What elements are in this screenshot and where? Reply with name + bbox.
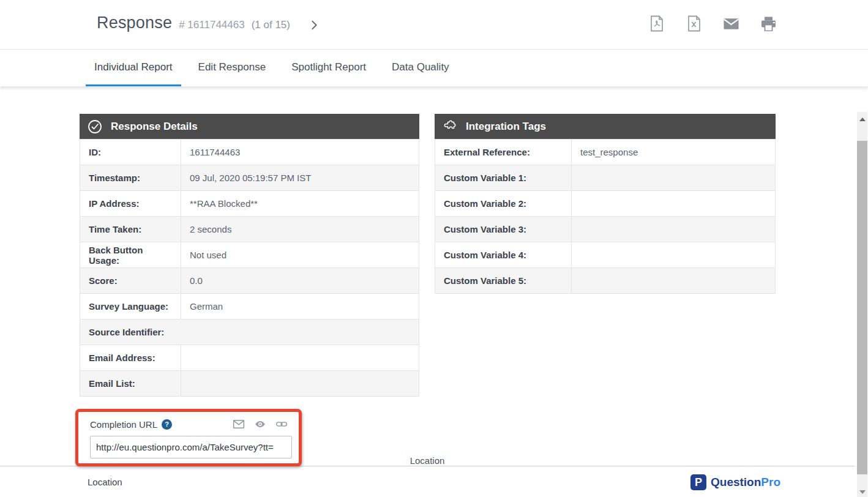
page-title: Response [97, 13, 172, 32]
completion-url-input[interactable] [90, 436, 292, 458]
table-row: Custom Variable 3: [435, 217, 776, 242]
response-details-panel: Response Details ID:1611744463Timestamp:… [80, 114, 419, 397]
app-header: Response # 1611744463 (1 of 15) [0, 0, 868, 50]
tab-spotlight-report[interactable]: Spotlight Report [283, 50, 375, 86]
panel-title: Response Details [111, 121, 198, 133]
panel-title: Integration Tags [466, 121, 546, 133]
copy-link-icon[interactable] [275, 418, 288, 430]
row-value [572, 165, 776, 191]
row-value: test_response [572, 140, 776, 165]
table-row: Email Address: [80, 345, 419, 371]
row-label: Custom Variable 5: [435, 268, 572, 294]
row-label: Email List: [80, 371, 181, 397]
table-row: Back Button Usage:Not used [80, 242, 419, 268]
response-title-group: Response # 1611744463 (1 of 15) [97, 13, 290, 32]
response-id: # 1611744463 [179, 19, 244, 31]
row-label: Custom Variable 3: [435, 217, 572, 242]
table-row: Source Identifier: [80, 320, 419, 345]
row-value: 1611744463 [181, 140, 419, 165]
table-row: Timestamp:09 Jul, 2020 05:19:57 PM IST [80, 165, 419, 191]
header-toolbar [649, 15, 776, 32]
pdf-export-icon[interactable] [649, 15, 664, 32]
integration-tags-header: Integration Tags [435, 114, 776, 139]
table-row: Custom Variable 1: [435, 165, 776, 191]
row-value [572, 268, 776, 294]
row-value: 09 Jul, 2020 05:19:57 PM IST [181, 165, 419, 191]
row-label: Time Taken: [80, 217, 181, 242]
excel-export-icon[interactable] [686, 15, 702, 32]
row-value: **RAA Blocked** [181, 191, 419, 217]
table-row: External Reference:test_response [435, 140, 776, 165]
tab-data-quality[interactable]: Data Quality [383, 50, 458, 86]
row-value: Not used [181, 242, 419, 268]
next-response-chevron-icon[interactable] [307, 18, 321, 32]
table-row: Email List: [80, 371, 419, 397]
row-label: Survey Language: [80, 294, 181, 320]
completion-url-actions [233, 418, 288, 430]
response-position: (1 of 15) [252, 19, 290, 31]
row-value [181, 371, 419, 397]
check-circle-icon [88, 119, 102, 134]
puzzle-icon [443, 119, 457, 134]
response-details-table: ID:1611744463Timestamp:09 Jul, 2020 05:1… [80, 139, 419, 397]
questionpro-logo-icon: P [690, 474, 706, 490]
completion-url-label: Completion URL [90, 419, 157, 430]
row-label: ID: [80, 140, 181, 165]
questionpro-logo-text: QuestionPro [711, 476, 780, 489]
send-email-icon[interactable] [233, 418, 245, 430]
scroll-up-arrow-icon[interactable] [857, 114, 867, 124]
row-value [572, 191, 776, 217]
row-value: 0.0 [181, 268, 419, 294]
row-label: Score: [80, 268, 181, 294]
preview-eye-icon[interactable] [254, 418, 266, 430]
integration-tags-table: External Reference:test_responseCustom V… [435, 139, 776, 294]
brand-name-question: Question [711, 476, 761, 488]
completion-url-highlight-box: Completion URL ? [75, 409, 302, 466]
brand-name-pro: Pro [761, 476, 780, 488]
row-label: Custom Variable 1: [435, 165, 572, 191]
report-tab-bar: Individual Report Edit Response Spotligh… [0, 50, 868, 87]
table-row: Custom Variable 4: [435, 242, 776, 268]
integration-tags-panel: Integration Tags External Reference:test… [435, 114, 776, 294]
row-label: Email Address: [80, 345, 181, 371]
vertical-scrollbar[interactable] [857, 112, 867, 497]
scrollbar-thumb[interactable] [857, 141, 867, 474]
row-value: German [181, 294, 419, 320]
table-row: Survey Language:German [80, 294, 419, 320]
completion-url-header: Completion URL ? [90, 418, 288, 430]
table-row: Time Taken:2 seconds [80, 217, 419, 242]
help-icon[interactable]: ? [162, 419, 172, 430]
row-label: IP Address: [80, 191, 181, 217]
table-row: ID:1611744463 [80, 140, 419, 165]
response-details-header: Response Details [80, 114, 419, 139]
row-value [572, 217, 776, 242]
row-value [181, 345, 419, 371]
row-label: External Reference: [435, 140, 572, 165]
tab-edit-response[interactable]: Edit Response [190, 50, 275, 86]
row-label: Custom Variable 2: [435, 191, 572, 217]
print-icon[interactable] [761, 15, 776, 32]
location-section-title-left: Location [88, 477, 122, 487]
tab-individual-report[interactable]: Individual Report [86, 50, 181, 86]
table-row: Custom Variable 2: [435, 191, 776, 217]
row-label: Timestamp: [80, 165, 181, 191]
scroll-down-arrow-icon[interactable] [857, 487, 867, 497]
questionpro-logo: P QuestionPro [690, 474, 780, 490]
email-icon[interactable] [724, 15, 739, 32]
table-row: Score:0.0 [80, 268, 419, 294]
section-row-label: Source Identifier: [80, 320, 419, 345]
table-row: IP Address:**RAA Blocked** [80, 191, 419, 217]
row-value: 2 seconds [181, 217, 419, 242]
table-row: Custom Variable 5: [435, 268, 776, 294]
row-value [572, 242, 776, 268]
row-label: Back Button Usage: [80, 242, 181, 268]
row-label: Custom Variable 4: [435, 242, 572, 268]
